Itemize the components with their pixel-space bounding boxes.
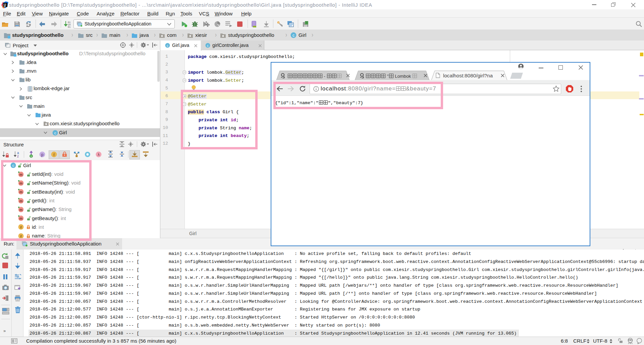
- svg-text:c: c: [54, 131, 56, 135]
- svg-text:z: z: [17, 154, 19, 158]
- svg-text:c: c: [292, 33, 294, 38]
- svg-text:01: 01: [68, 26, 70, 28]
- svg-text:c: c: [167, 44, 168, 48]
- svg-text:p: p: [41, 152, 44, 157]
- svg-text:λ: λ: [98, 152, 100, 156]
- svg-text:c: c: [207, 44, 209, 48]
- svg-text:f: f: [53, 152, 55, 157]
- svg-text:IJ: IJ: [4, 3, 6, 6]
